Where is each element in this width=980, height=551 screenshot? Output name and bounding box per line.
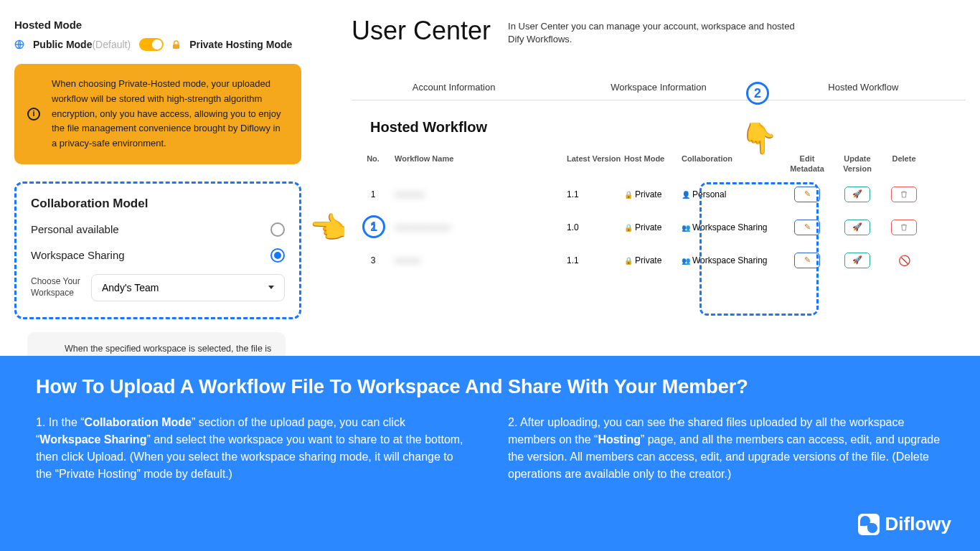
- cell-edit: ✎: [782, 220, 832, 235]
- edit-metadata-button[interactable]: ✎: [794, 187, 820, 202]
- table-row: 3xxxxxx1.1🔒Private👥Workspace Sharing✎🚀🚫: [352, 244, 966, 277]
- update-version-button[interactable]: 🚀: [844, 253, 870, 268]
- mode-row: Public Mode(Default) Private Hosting Mod…: [14, 38, 301, 51]
- private-info-box: i When choosing Private-Hosted mode, you…: [14, 64, 301, 164]
- update-version-button[interactable]: 🚀: [844, 187, 870, 202]
- banner-step-2: 2. After uploading, you can see the shar…: [508, 414, 944, 483]
- hosted-workflow-title: Hosted Workflow: [370, 119, 966, 136]
- public-mode-label[interactable]: Public Mode(Default): [33, 39, 131, 50]
- cell-delete: [882, 220, 925, 235]
- page-title: User Center: [352, 16, 491, 46]
- delete-button[interactable]: [891, 187, 917, 202]
- logo-mark-icon: [858, 514, 880, 535]
- cell-delete: [882, 187, 925, 202]
- cell-version: 1.1: [567, 189, 624, 199]
- cell-mode: 🔒Private: [624, 189, 682, 199]
- private-info-text: When choosing Private-Hosted mode, your …: [52, 78, 281, 149]
- cell-version: 1.0: [567, 222, 624, 232]
- user-center-header: User Center In User Center you can manag…: [352, 16, 966, 46]
- table-header: No. Workflow Name Latest Version Host Mo…: [352, 150, 966, 177]
- th-delete: Delete: [882, 154, 925, 173]
- hosted-mode-title: Hosted Mode: [14, 19, 301, 31]
- cell-update: 🚀: [832, 253, 882, 268]
- delete-button[interactable]: [891, 220, 917, 235]
- banner-columns: 1. In the “Collaboration Mode” section o…: [36, 414, 944, 483]
- page-desc: In User Center you can manage your accou…: [508, 20, 795, 46]
- cell-collab: 👤Personal: [682, 189, 782, 199]
- info-icon: i: [27, 108, 40, 121]
- th-name: Workflow Name: [395, 154, 567, 173]
- th-collab: Collaboration: [682, 154, 782, 173]
- table-row: 2xxxxxxxxxxxxx1.0🔒Private👥Workspace Shar…: [352, 211, 966, 244]
- workspace-value: Andy's Team: [102, 282, 159, 293]
- cell-update: 🚀: [832, 220, 882, 235]
- table-row: 1xxxxxxx1.1🔒Private👤Personal✎🚀: [352, 178, 966, 211]
- marker-one: 1: [362, 215, 385, 238]
- choose-workspace-label: Choose Your Workspace: [31, 276, 81, 298]
- radio-personal[interactable]: Personal available: [31, 222, 285, 237]
- marker-two: 2: [746, 82, 769, 105]
- right-panel: User Center In User Center you can manag…: [352, 16, 966, 277]
- th-version: Latest Version: [567, 154, 624, 173]
- workflow-table: No. Workflow Name Latest Version Host Mo…: [352, 150, 966, 276]
- chevron-down-icon: [268, 286, 274, 289]
- mode-toggle[interactable]: [139, 38, 164, 51]
- cell-mode: 🔒Private: [624, 222, 682, 232]
- update-version-button[interactable]: 🚀: [844, 220, 870, 235]
- logo-text: Diflowy: [885, 513, 951, 535]
- cell-no: 3: [352, 255, 395, 265]
- diflowy-logo: Diflowy: [858, 513, 951, 535]
- edit-metadata-button[interactable]: ✎: [794, 220, 820, 235]
- cell-edit: ✎: [782, 253, 832, 268]
- radio-workspace-sharing[interactable]: Workspace Sharing: [31, 248, 285, 263]
- cell-version: 1.1: [567, 255, 624, 265]
- workspace-dropdown[interactable]: Andy's Team: [91, 274, 285, 301]
- th-update: Update Version: [832, 154, 882, 173]
- cell-collab: 👥Workspace Sharing: [682, 222, 782, 232]
- workspace-select-row: Choose Your Workspace Andy's Team: [31, 274, 285, 301]
- th-mode: Host Mode: [624, 154, 682, 173]
- tab-hosted-workflow[interactable]: Hosted Workflow: [761, 75, 966, 100]
- banner-title: How To Upload A Workflow File To Workspa…: [36, 376, 944, 398]
- pointing-hand-icon: 👇: [311, 209, 347, 246]
- lock-icon: 🔒: [624, 191, 633, 199]
- collab-title: Collaboration Model: [31, 197, 285, 211]
- cell-name: xxxxxx: [395, 255, 567, 265]
- radio-unchecked-icon: [270, 222, 285, 237]
- cell-no: 1: [352, 189, 395, 199]
- no-delete-icon: 🚫: [898, 255, 910, 266]
- svg-rect-1: [173, 44, 179, 48]
- private-mode-label[interactable]: Private Hosting Mode: [189, 39, 292, 50]
- tab-account-info[interactable]: Account Information: [352, 75, 556, 100]
- radio-checked-icon: [270, 248, 285, 263]
- lock-icon: 🔒: [624, 224, 633, 232]
- collaboration-model-box: Collaboration Model Personal available W…: [14, 182, 301, 319]
- cell-delete: 🚫: [882, 255, 925, 266]
- cell-name: xxxxxxxxxxxxx: [395, 222, 567, 232]
- edit-metadata-button[interactable]: ✎: [794, 253, 820, 268]
- banner-step-1: 1. In the “Collaboration Mode” section o…: [36, 414, 472, 483]
- th-edit: Edit Metadata: [782, 154, 832, 173]
- cell-edit: ✎: [782, 187, 832, 202]
- tabs: Account Information Workspace Informatio…: [352, 75, 966, 100]
- tab-workspace-info[interactable]: Workspace Information: [556, 75, 760, 100]
- cell-collab: 👥Workspace Sharing: [682, 255, 782, 265]
- left-panel: Hosted Mode Public Mode(Default) Private…: [14, 19, 301, 392]
- user-icon: 👤: [682, 191, 690, 199]
- th-no: No.: [352, 154, 395, 173]
- cell-mode: 🔒Private: [624, 255, 682, 265]
- lock-icon: [172, 40, 181, 49]
- users-icon: 👥: [682, 224, 690, 232]
- users-icon: 👥: [682, 257, 690, 265]
- globe-icon: [14, 39, 24, 50]
- pointing-hand-icon: 👇: [740, 121, 778, 156]
- cell-update: 🚀: [832, 187, 882, 202]
- instruction-banner: How To Upload A Workflow File To Workspa…: [0, 356, 980, 551]
- lock-icon: 🔒: [624, 257, 633, 265]
- cell-name: xxxxxxx: [395, 189, 567, 199]
